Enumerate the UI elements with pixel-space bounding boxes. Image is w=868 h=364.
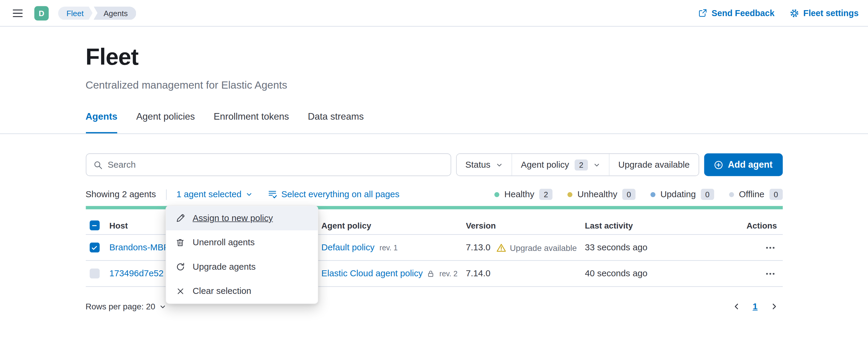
unhealthy-count-badge: 0 [622,189,636,200]
lock-icon [427,269,434,278]
column-header-agent-policy[interactable]: Agent policy [321,221,466,230]
rows-per-page-button[interactable]: Rows per page: 20 [86,302,166,311]
menu-item-upgrade-agents[interactable]: Upgrade agents [166,255,318,279]
topbar-actions: Send Feedback Fleet settings [699,8,860,18]
breadcrumb-fleet[interactable]: Fleet [58,6,92,20]
previous-page-button[interactable] [731,301,742,312]
page-header: Fleet Centralized management for Elastic… [0,27,868,133]
trash-icon [176,238,185,247]
select-all-pages-icon [268,190,277,199]
status-filter-button[interactable]: Status [456,154,511,176]
external-link-icon [699,9,707,17]
status-offline[interactable]: Offline 0 [729,189,783,200]
page-subtitle: Centralized management for Elastic Agent… [86,79,783,91]
send-feedback-label: Send Feedback [711,8,774,18]
hamburger-menu-icon [13,9,23,17]
row-actions-button[interactable] [763,241,777,254]
warning-icon [497,243,506,252]
row-actions-button[interactable] [763,267,777,280]
menu-item-assign-to-new-policy[interactable]: Assign to new policy [166,206,318,230]
agent-policy-link[interactable]: Elastic Cloud agent policy [321,269,423,278]
filter-group: Status Agent policy 2 Upgrade available [456,153,699,176]
host-link[interactable]: 173496d7e52 [110,269,164,278]
offline-dot-icon [729,192,734,197]
chevron-down-icon [160,303,166,310]
close-icon [176,287,185,295]
gear-icon [790,9,799,18]
agent-version: 7.13.0 [466,243,491,252]
tab-agent-policies[interactable]: Agent policies [136,111,195,133]
healthy-label: Healthy [504,189,534,199]
menu-item-label: Upgrade agents [193,262,256,272]
tab-data-streams[interactable]: Data streams [308,111,364,133]
tab-agents[interactable]: Agents [86,111,118,133]
chevron-down-icon [496,161,503,168]
selection-row: Showing 2 agents 1 agent selected Select… [86,189,783,200]
next-page-button[interactable] [769,301,779,312]
page-title: Fleet [86,27,783,70]
search-input[interactable] [108,160,443,170]
breadcrumb: Fleet Agents [58,6,136,20]
send-feedback-link[interactable]: Send Feedback [699,8,775,18]
column-header-version[interactable]: Version [466,221,585,230]
chevron-down-icon [593,161,600,168]
upgrade-available-filter-label: Upgrade available [618,160,690,170]
select-all-checkbox[interactable] [90,220,99,230]
unhealthy-dot-icon [567,192,572,197]
add-agent-label: Add agent [728,159,773,170]
search-box [86,153,451,176]
actions-ellipsis-icon [765,243,775,252]
agent-policy-link[interactable]: Default policy [321,243,374,252]
chevron-down-icon [246,191,252,198]
hamburger-menu-button[interactable] [8,4,27,22]
column-header-actions: Actions [723,221,783,230]
plus-circle-icon [714,160,723,169]
app-viewport: D Fleet Agents Send Feedback Fleet setti… [0,0,868,364]
fleet-settings-label: Fleet settings [803,8,859,18]
last-activity: 33 seconds ago [585,243,723,252]
updating-label: Updating [660,189,696,199]
upgrade-available-filter-button[interactable]: Upgrade available [609,154,699,176]
offline-label: Offline [739,189,764,199]
tab-bar: Agents Agent policies Enrollment tokens … [86,111,783,133]
breadcrumb-agents[interactable]: Agents [94,6,136,20]
add-agent-button[interactable]: Add agent [704,153,782,176]
menu-item-label: Unenroll agents [193,238,255,247]
agent-policy-filter-count-badge: 2 [575,159,588,170]
rows-per-page-label: Rows per page: 20 [86,302,155,311]
status-unhealthy[interactable]: Unhealthy 0 [567,189,636,200]
agents-selected-button[interactable]: 1 agent selected [176,189,252,199]
agent-policy-filter-button[interactable]: Agent policy 2 [512,154,609,176]
unhealthy-label: Unhealthy [578,189,617,199]
updating-dot-icon [651,192,656,197]
chevron-right-icon [770,302,778,311]
last-activity: 40 seconds ago [585,269,723,278]
space-avatar[interactable]: D [34,6,49,20]
status-healthy[interactable]: Healthy 2 [494,189,552,200]
select-everything-link[interactable]: Select everything on all pages [268,189,399,199]
healthy-dot-icon [494,192,499,197]
fleet-settings-link[interactable]: Fleet settings [790,8,859,18]
host-link[interactable]: Brandons-MBP [110,243,169,252]
tab-enrollment-tokens[interactable]: Enrollment tokens [214,111,289,133]
status-updating[interactable]: Updating 0 [651,189,714,200]
agent-status-legend: Healthy 2 Unhealthy 0 Updating 0 Offline… [494,189,782,200]
agent-policy-filter-label: Agent policy [521,160,569,170]
row-checkbox[interactable] [90,269,99,278]
policy-revision: rev. 1 [379,243,398,252]
menu-item-label: Clear selection [193,286,251,296]
pagination: 1 [731,301,782,312]
select-everything-label: Select everything on all pages [281,189,399,199]
actions-ellipsis-icon [765,269,775,278]
refresh-icon [176,263,185,272]
menu-item-clear-selection[interactable]: Clear selection [166,279,318,303]
offline-count-badge: 0 [769,189,782,200]
agents-selected-label: 1 agent selected [176,189,241,199]
upgrade-available-note: Upgrade available [510,243,577,252]
menu-item-label: Assign to new policy [193,213,273,223]
column-header-last-activity[interactable]: Last activity [585,221,723,230]
page-number-1[interactable]: 1 [752,302,757,311]
updating-count-badge: 0 [701,189,714,200]
row-checkbox[interactable] [90,243,99,252]
menu-item-unenroll-agents[interactable]: Unenroll agents [166,230,318,255]
